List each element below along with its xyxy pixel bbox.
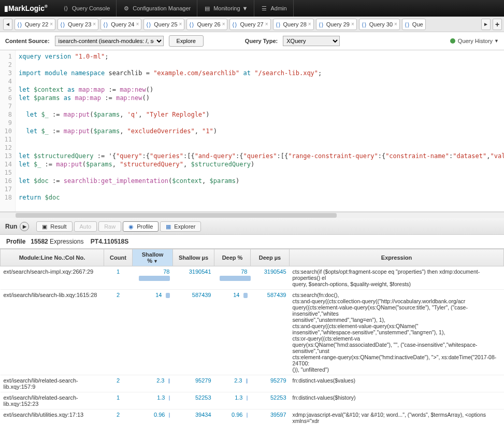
nav-item-configuration-manager[interactable]: ⚙Configuration Manager: [117, 0, 197, 17]
close-icon[interactable]: ×: [351, 21, 354, 27]
close-icon[interactable]: ×: [50, 21, 53, 27]
raw-tab[interactable]: Raw: [98, 221, 121, 232]
nav-item-admin[interactable]: ☰Admin: [254, 0, 293, 17]
profile-icon: ◉: [128, 223, 135, 230]
run-toolbar: Run ▶ ▣Result Auto Raw ◉Profile ▦Explore…: [0, 218, 504, 235]
cell-module: ext/isearch/lib/utilities.xqy:17:13: [1, 409, 104, 425]
cell-deep-us: 587439: [251, 290, 290, 375]
query-tab[interactable]: ⟨⟩Query 26×: [186, 19, 227, 30]
query-tab[interactable]: ⟨⟩Query 28×: [273, 19, 314, 30]
close-icon[interactable]: ×: [265, 21, 268, 27]
query-type-label: Query Type:: [245, 38, 278, 44]
query-tab-icon: ⟨⟩: [362, 21, 368, 27]
explorer-tab[interactable]: ▦Explorer: [160, 221, 201, 232]
query-tab-icon: ⟨⟩: [17, 21, 23, 27]
query-tab-icon: ⟨⟩: [189, 21, 195, 27]
content-source-label: Content Source:: [5, 38, 50, 44]
query-tab[interactable]: ⟨⟩Que: [402, 19, 426, 30]
cell-deep-us: 95279: [251, 375, 290, 392]
cell-expression: cts:search(if ($opts/opt:fragment-scope …: [290, 266, 504, 290]
tab-add[interactable]: +: [493, 19, 502, 30]
profile-row[interactable]: ext/isearch/lib/search-lib.xqy:1615:2821…: [1, 290, 504, 375]
sort-desc-icon: ▼: [153, 259, 158, 264]
cell-module: ext/isearch/lib/related-search-lib.xqy:1…: [1, 392, 104, 409]
close-icon[interactable]: ×: [93, 21, 96, 27]
cell-expression: fn:distinct-values($values): [290, 375, 504, 392]
col-deep-pct[interactable]: Deep %: [214, 249, 251, 266]
cell-count: 1: [104, 392, 133, 409]
cell-deep-pct: 1.3: [214, 392, 251, 409]
tab-scroll-right[interactable]: ►: [481, 19, 491, 30]
query-tab-icon: ⟨⟩: [103, 21, 109, 27]
top-nav: ▮MarkLogic® ⟨⟩Query Console⚙Configuratio…: [0, 0, 504, 17]
cell-module: ext/isearch/lib/related-search-lib.xqy:1…: [1, 375, 104, 392]
cell-deep-us: 52253: [251, 392, 290, 409]
cell-shallow-pct: 0.96: [133, 409, 173, 425]
col-shallow-pct[interactable]: Shallow %▼: [133, 249, 173, 266]
close-icon[interactable]: ×: [308, 21, 311, 27]
result-icon: ▣: [42, 223, 48, 230]
profile-row[interactable]: ext/search/search-impl.xqy:2667:29178 31…: [1, 266, 504, 290]
col-expression[interactable]: Expression: [290, 249, 504, 266]
line-gutter: 123456789101112131415161718: [0, 50, 16, 211]
query-tab[interactable]: ⟨⟩Query 22×: [15, 19, 55, 30]
cell-deep-pct: 78: [214, 266, 251, 290]
tabs-bar: ◄ ⟨⟩Query 22×⟨⟩Query 23×⟨⟩Query 24×⟨⟩Que…: [0, 17, 504, 32]
content-source-select[interactable]: isearch-content (isearch-modules: /, se: [55, 36, 164, 46]
col-deep-us[interactable]: Deep µs: [251, 249, 290, 266]
query-tab[interactable]: ⟨⟩Query 29×: [316, 19, 357, 30]
profile-summary: Profile 15582 Expressions PT4.110518S: [0, 235, 504, 249]
code-editor[interactable]: 123456789101112131415161718 xquery versi…: [0, 50, 504, 212]
nav-item-query-console[interactable]: ⟨⟩Query Console: [56, 0, 117, 17]
query-tab-icon: ⟨⟩: [60, 21, 66, 27]
cell-expression: fn:distinct-values($history): [290, 392, 504, 409]
explorer-icon: ▦: [166, 223, 172, 230]
cell-deep-us: 39597: [251, 409, 290, 425]
col-module[interactable]: Module:Line No.:Col No.: [1, 249, 104, 266]
query-tab[interactable]: ⟨⟩Query 30×: [359, 19, 400, 30]
close-icon[interactable]: ×: [179, 21, 182, 27]
cell-count: 2: [104, 409, 133, 425]
gear-icon: ⚙: [123, 5, 130, 12]
query-tab-icon: ⟨⟩: [405, 21, 411, 27]
query-tab[interactable]: ⟨⟩Query 25×: [143, 19, 184, 30]
close-icon[interactable]: ×: [394, 21, 397, 27]
nav-item-monitoring[interactable]: ▤Monitoring▼: [197, 0, 254, 17]
cell-module: ext/isearch/lib/search-lib.xqy:1615:28: [1, 290, 104, 375]
query-type-select[interactable]: XQuery: [283, 36, 340, 46]
close-icon[interactable]: ×: [136, 21, 139, 27]
explore-button[interactable]: Explore: [169, 35, 204, 47]
cell-module: ext/search/search-impl.xqy:2667:29: [1, 266, 104, 290]
tab-scroll-left[interactable]: ◄: [3, 19, 12, 30]
cell-shallow-pct: 1.3: [133, 392, 173, 409]
profile-row[interactable]: ext/isearch/lib/related-search-lib.xqy:1…: [1, 392, 504, 409]
cell-shallow-us: 52253: [173, 392, 214, 409]
cell-expression: cts:search(fn:doc(),cts:and-query((cts:c…: [290, 290, 504, 375]
col-shallow-us[interactable]: Shallow µs: [173, 249, 214, 266]
auto-tab[interactable]: Auto: [74, 221, 97, 232]
run-button[interactable]: Run ▶: [5, 222, 29, 231]
dropdown-arrow-icon: ▼: [242, 5, 248, 11]
cell-shallow-pct: 2.3: [133, 375, 173, 392]
cell-count: 2: [104, 290, 133, 375]
query-tab[interactable]: ⟨⟩Query 27×: [229, 19, 270, 30]
query-tab[interactable]: ⟨⟩Query 24×: [100, 19, 141, 30]
close-icon[interactable]: ×: [222, 21, 225, 27]
cell-deep-pct: 2.3: [214, 375, 251, 392]
profile-tab[interactable]: ◉Profile: [123, 221, 159, 232]
cell-deep-us: 3190545: [251, 266, 290, 290]
query-tab[interactable]: ⟨⟩Query 23×: [57, 19, 98, 30]
editor-horizontal-scrollbar[interactable]: [0, 212, 504, 218]
cell-shallow-us: 39434: [173, 409, 214, 425]
play-icon: ▶: [20, 222, 29, 231]
query-history-button[interactable]: Query History ▼: [450, 38, 499, 44]
code-area[interactable]: xquery version "1.0-ml"; import module n…: [16, 50, 504, 211]
query-tab-icon: ⟨⟩: [319, 21, 325, 27]
cell-count: 2: [104, 375, 133, 392]
query-tab-icon: ⟨⟩: [232, 21, 238, 27]
result-tab[interactable]: ▣Result: [36, 221, 72, 232]
cell-deep-pct: 14: [214, 290, 251, 375]
profile-row[interactable]: ext/isearch/lib/related-search-lib.xqy:1…: [1, 375, 504, 392]
profile-row[interactable]: ext/isearch/lib/utilities.xqy:17:1320.96…: [1, 409, 504, 425]
col-count[interactable]: Count: [104, 249, 133, 266]
